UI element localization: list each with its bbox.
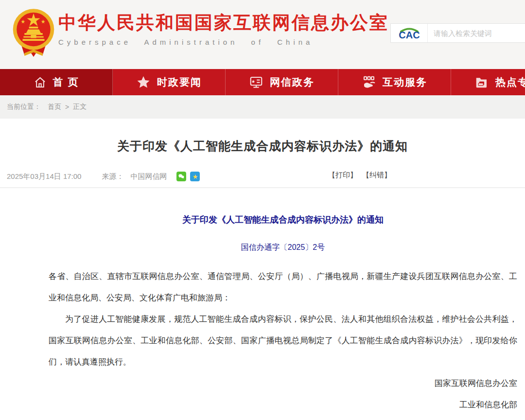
nav-item-label: 首 页 bbox=[53, 75, 79, 89]
breadcrumb-separator: > bbox=[65, 103, 69, 111]
article-body: 关于印发《人工智能生成合成内容标识办法》的通知 国信办通字〔2025〕2号 各省… bbox=[0, 213, 525, 420]
error-correction-button[interactable]: 【纠错】 bbox=[362, 171, 391, 180]
svg-text:CAC: CAC bbox=[399, 30, 420, 40]
nav-item-label: 热点专题 bbox=[495, 75, 525, 89]
nav-item-label: 网信政务 bbox=[270, 75, 315, 89]
source-link[interactable]: 中国网信网 bbox=[130, 172, 167, 181]
share-icons: ★ bbox=[176, 172, 200, 181]
signature-block: 国家互联网信息办公室 工业和信息化部 公安部 国家广播电视总局 2025年3月7… bbox=[49, 373, 517, 420]
breadcrumb-label: 当前位置： bbox=[7, 103, 41, 111]
source-label: 来源： bbox=[102, 172, 123, 181]
article-meta-row: 2025年03月14日 17:00 来源： 中国网信网 ★ 【打印】 【纠错】 bbox=[0, 171, 525, 182]
search-input[interactable] bbox=[428, 24, 525, 42]
nav-item-topics[interactable]: 热点专题 bbox=[451, 69, 525, 95]
folder-icon bbox=[474, 75, 489, 89]
home-icon bbox=[34, 76, 47, 89]
search-box: CAC bbox=[390, 23, 525, 43]
nav-item-news[interactable]: 时政要闻 bbox=[113, 69, 226, 95]
nav-item-interactive[interactable]: 互动服务 bbox=[338, 69, 451, 95]
star-icon bbox=[136, 75, 151, 89]
signature-line: 国家互联网信息办公室 bbox=[49, 373, 517, 394]
wechat-share-icon[interactable] bbox=[176, 172, 186, 181]
notice-title: 关于印发《人工智能生成合成内容标识办法》的通知 bbox=[49, 213, 517, 226]
nav-item-home[interactable]: 首 页 bbox=[0, 69, 113, 95]
site-header: 中华人民共和国国家互联网信息办公室 Cyberspace Administrat… bbox=[0, 0, 525, 69]
signature-line: 公安部 bbox=[49, 416, 517, 420]
nav-item-egov[interactable]: 网信政务 bbox=[226, 69, 338, 95]
document-number: 国信办通字〔2025〕2号 bbox=[49, 237, 517, 258]
nav-item-label: 互动服务 bbox=[383, 75, 427, 89]
signature-line: 工业和信息化部 bbox=[49, 394, 517, 416]
publish-date: 2025年03月14日 17:00 bbox=[7, 172, 81, 181]
print-button[interactable]: 【打印】 bbox=[328, 171, 357, 180]
breadcrumb: 当前位置： 首页 > 正文 bbox=[0, 95, 525, 119]
breadcrumb-home-link[interactable]: 首页 bbox=[48, 103, 61, 111]
paragraph-addressees: 各省、自治区、直辖市互联网信息办公室、通信管理局、公安厅（局）、广播电视局，新疆… bbox=[49, 266, 517, 309]
main-nav: 首 页 时政要闻 网信政务 bbox=[0, 69, 525, 95]
monitor-icon bbox=[249, 75, 263, 89]
service-hands-icon bbox=[362, 75, 376, 89]
article-tools: 【打印】 【纠错】 bbox=[328, 171, 391, 180]
notice-paragraphs: 各省、自治区、直辖市互联网信息办公室、通信管理局、公安厅（局）、广播电视局，新疆… bbox=[49, 266, 517, 373]
page-title: 关于印发《人工智能生成合成内容标识办法》的通知 bbox=[0, 138, 525, 154]
paragraph-main: 为了促进人工智能健康发展，规范人工智能生成合成内容标识，保护公民、法人和其他组织… bbox=[49, 309, 517, 373]
cac-logo: CAC bbox=[391, 24, 428, 42]
national-emblem-logo bbox=[11, 6, 56, 60]
breadcrumb-current: 正文 bbox=[73, 103, 87, 111]
nav-item-label: 时政要闻 bbox=[157, 75, 202, 89]
qzone-share-icon[interactable]: ★ bbox=[190, 172, 200, 181]
meta-divider bbox=[0, 187, 525, 188]
